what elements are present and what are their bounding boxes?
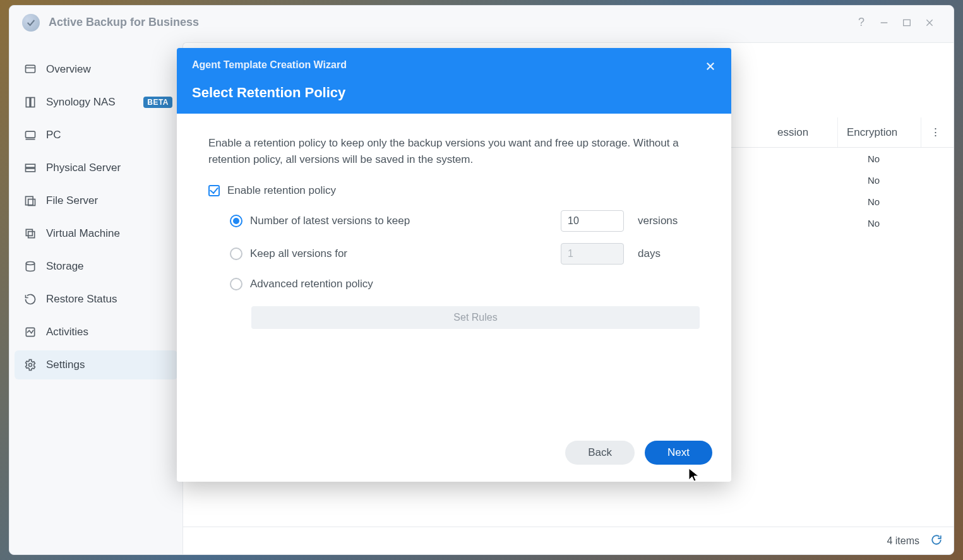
radio-advanced-label: Advanced retention policy xyxy=(250,276,373,292)
sidebar-item-settings[interactable]: Settings xyxy=(15,350,177,379)
sidebar-item-pc[interactable]: PC xyxy=(15,121,177,150)
sidebar-item-label: Synology NAS xyxy=(46,96,116,109)
beta-badge: BETA xyxy=(143,97,172,108)
settings-icon xyxy=(22,357,39,373)
maximize-icon[interactable] xyxy=(895,11,918,34)
sidebar-item-nas[interactable]: Synology NAS BETA xyxy=(15,88,177,117)
sidebar-item-vm[interactable]: Virtual Machine xyxy=(15,219,177,248)
vm-icon xyxy=(22,225,39,242)
fileserver-icon xyxy=(22,193,39,209)
server-icon xyxy=(22,160,39,176)
sidebar-item-label: Restore Status xyxy=(46,293,117,306)
sidebar-item-label: Overview xyxy=(46,63,91,76)
app-logo-icon xyxy=(22,14,40,32)
sidebar-item-storage[interactable]: Storage xyxy=(15,252,177,281)
sidebar-item-label: Physical Server xyxy=(46,162,121,174)
titlebar: Active Backup for Business ? xyxy=(9,6,954,40)
versions-suffix: versions xyxy=(638,213,678,229)
wizard-title: Select Retention Policy xyxy=(192,85,716,101)
days-input xyxy=(561,243,624,265)
radio-latest-versions[interactable] xyxy=(230,215,242,227)
restore-icon xyxy=(22,291,39,307)
sidebar-item-label: PC xyxy=(46,129,61,141)
storage-icon xyxy=(22,258,39,275)
wizard-footer: Back Next xyxy=(177,438,731,482)
minimize-icon[interactable] xyxy=(873,11,895,34)
wizard-body: Enable a retention policy to keep only t… xyxy=(177,114,731,438)
svg-rect-8 xyxy=(26,131,35,138)
enable-retention-label: Enable retention policy xyxy=(227,182,336,199)
sidebar-item-overview[interactable]: Overview xyxy=(15,55,177,84)
next-button[interactable]: Next xyxy=(645,441,712,465)
app-title: Active Backup for Business xyxy=(49,16,199,29)
nas-icon xyxy=(22,94,39,110)
svg-rect-14 xyxy=(26,229,32,235)
help-icon[interactable]: ? xyxy=(850,11,873,34)
svg-point-16 xyxy=(26,262,34,265)
svg-point-18 xyxy=(29,364,32,367)
sidebar-item-label: Activities xyxy=(46,326,88,338)
activities-icon xyxy=(22,324,39,340)
sidebar-item-label: Settings xyxy=(46,359,85,371)
col-compression[interactable]: ession xyxy=(769,117,838,147)
svg-rect-1 xyxy=(904,20,911,25)
sidebar-item-label: Virtual Machine xyxy=(46,227,120,240)
sidebar-item-label: File Server xyxy=(46,194,98,207)
svg-rect-4 xyxy=(26,65,35,73)
column-options-icon[interactable]: ⋮ xyxy=(921,117,950,147)
svg-rect-11 xyxy=(26,169,35,172)
radio-keep-days[interactable] xyxy=(230,247,242,260)
radio-advanced[interactable] xyxy=(230,278,242,290)
wizard-description: Enable a retention policy to keep only t… xyxy=(208,135,700,169)
sidebar: Overview Synology NAS BETA PC Physical S… xyxy=(9,40,182,554)
refresh-icon[interactable] xyxy=(931,534,942,548)
close-icon[interactable] xyxy=(918,11,941,34)
status-bar: 4 items xyxy=(183,527,954,554)
svg-rect-15 xyxy=(28,232,35,238)
wizard-close-icon[interactable] xyxy=(701,57,720,76)
overview-icon xyxy=(22,61,39,78)
sidebar-item-file-server[interactable]: File Server xyxy=(15,186,177,215)
days-suffix: days xyxy=(638,246,661,262)
radio-keep-days-label: Keep all versions for xyxy=(250,246,553,262)
wizard-header: Agent Template Creation Wizard Select Re… xyxy=(177,48,731,114)
wizard-subtitle: Agent Template Creation Wizard xyxy=(192,59,716,71)
set-rules-button: Set Rules xyxy=(251,306,700,329)
svg-rect-6 xyxy=(26,98,30,107)
svg-rect-10 xyxy=(26,164,35,167)
sidebar-item-restore-status[interactable]: Restore Status xyxy=(15,285,177,314)
sidebar-item-physical-server[interactable]: Physical Server xyxy=(15,153,177,182)
svg-rect-12 xyxy=(26,196,33,205)
enable-retention-checkbox[interactable] xyxy=(208,185,220,196)
pc-icon xyxy=(22,127,39,143)
versions-input[interactable] xyxy=(561,210,624,232)
radio-latest-versions-label: Number of latest versions to keep xyxy=(250,213,553,229)
sidebar-item-label: Storage xyxy=(46,260,84,273)
sidebar-item-activities[interactable]: Activities xyxy=(15,318,177,347)
item-count: 4 items xyxy=(887,535,919,547)
wizard-modal: Agent Template Creation Wizard Select Re… xyxy=(177,48,731,482)
svg-rect-7 xyxy=(31,98,35,107)
back-button[interactable]: Back xyxy=(565,441,635,465)
col-encryption[interactable]: Encryption xyxy=(838,117,921,147)
